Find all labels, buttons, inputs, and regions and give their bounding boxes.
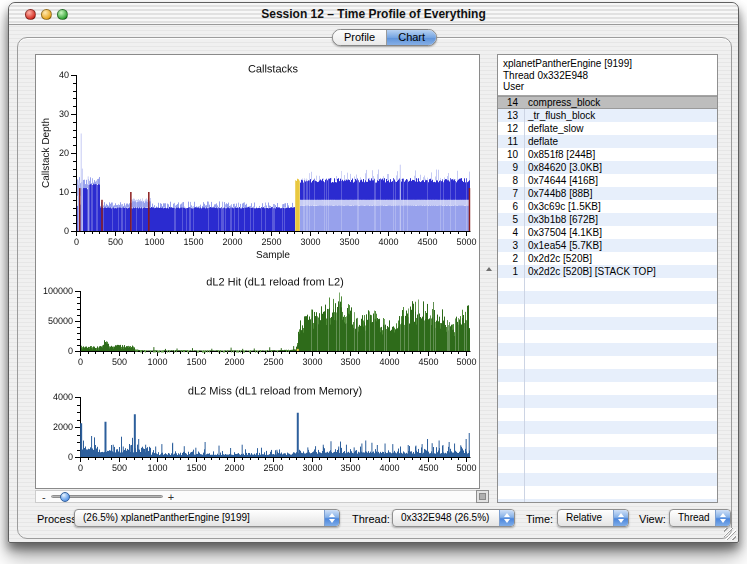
corner-box-icon <box>479 493 486 500</box>
callstack-panel: xplanetPantherEngine [9199] Thread 0x332… <box>497 54 718 503</box>
stack-row[interactable]: 20x2d2c [520B] <box>498 252 717 265</box>
view-popup-value: Thread <box>678 512 710 523</box>
stack-symbol: 0x3c69c [1.5KB] <box>522 200 601 213</box>
splitter-grabber[interactable] <box>484 265 493 273</box>
stack-depth: 12 <box>498 122 522 135</box>
stack-row[interactable]: 90x84620 [3.0KB] <box>498 161 717 174</box>
callstack-header: xplanetPantherEngine [9199] Thread 0x332… <box>498 55 717 96</box>
stack-depth: 13 <box>498 109 522 122</box>
stack-depth: 1 <box>498 265 522 278</box>
stack-row[interactable]: 40x37504 [4.1KB] <box>498 226 717 239</box>
stack-symbol: 0x3b1b8 [672B] <box>522 213 598 226</box>
thread-popup-value: 0x332E948 (26.5%) <box>401 512 489 523</box>
dl2-miss-chart[interactable] <box>36 377 479 489</box>
zoom-slider-row: - + <box>35 490 480 503</box>
stack-depth: 2 <box>498 252 522 265</box>
stack-depth: 6 <box>498 200 522 213</box>
stack-row[interactable]: 50x3b1b8 [672B] <box>498 213 717 226</box>
stack-depth: 4 <box>498 226 522 239</box>
app-window: Session 12 – Time Profile of Everything … <box>8 2 739 543</box>
view-popup[interactable]: Thread <box>669 509 731 527</box>
stack-symbol: 0x84620 [3.0KB] <box>522 161 602 174</box>
process-popup-value: (26.5%) xplanetPantherEngine [9199] <box>83 512 250 523</box>
tab-profile[interactable]: Profile <box>333 30 387 45</box>
view-label: View: <box>639 513 666 525</box>
view-tab-strip: Profile Chart <box>332 29 437 46</box>
stack-symbol: 0x2d2c [520B] [STACK TOP] <box>522 265 656 278</box>
content-group-box: - + xplanetPantherEngine [9199] Thread 0… <box>17 37 732 539</box>
stack-symbol: deflate_slow <box>522 122 584 135</box>
stack-symbol: _tr_flush_block <box>522 109 595 122</box>
stack-symbol: 0x2d2c [520B] <box>522 252 592 265</box>
stack-symbol: 0x744b8 [88B] <box>522 187 593 200</box>
thread-line: Thread 0x332E948 <box>503 70 717 82</box>
callstacks-chart[interactable] <box>36 55 479 265</box>
title-bar[interactable]: Session 12 – Time Profile of Everything <box>9 3 738 25</box>
stack-symbol: compress_block <box>522 96 600 109</box>
thread-label: Thread: <box>352 513 390 525</box>
stack-depth: 7 <box>498 187 522 200</box>
time-popup[interactable]: Relative <box>557 509 629 527</box>
zoom-out-label[interactable]: - <box>42 492 46 502</box>
stack-symbol: 0x74644 [416B] <box>522 174 598 187</box>
stack-row[interactable]: 60x3c69c [1.5KB] <box>498 200 717 213</box>
stack-depth: 11 <box>498 135 522 148</box>
charts-panel <box>35 54 480 489</box>
stack-depth: 10 <box>498 148 522 161</box>
tab-chart[interactable]: Chart <box>387 30 436 45</box>
stack-symbol: 0x851f8 [244B] <box>522 148 595 161</box>
stack-row[interactable]: 13_tr_flush_block <box>498 109 717 122</box>
time-label: Time: <box>526 513 553 525</box>
bottom-toolbar: Process: (26.5%) xplanetPantherEngine [9… <box>18 509 733 531</box>
time-popup-value: Relative <box>566 512 602 523</box>
resize-grip[interactable] <box>724 528 736 540</box>
pane-corner-button[interactable] <box>476 490 489 503</box>
chevron-up-icon <box>486 267 492 271</box>
dl2-hit-chart[interactable] <box>36 265 479 377</box>
stack-row[interactable]: 30x1ea54 [5.7KB] <box>498 239 717 252</box>
thread-popup[interactable]: 0x332E948 (26.5%) <box>392 509 515 527</box>
stack-symbol: deflate <box>522 135 558 148</box>
popup-arrows-icon <box>613 510 628 526</box>
stack-rows: 14compress_block13_tr_flush_block12defla… <box>498 96 717 504</box>
zoom-in-label[interactable]: + <box>168 492 174 502</box>
popup-arrows-icon <box>499 510 514 526</box>
mode-line: User <box>503 81 717 93</box>
process-popup[interactable]: (26.5%) xplanetPantherEngine [9199] <box>74 509 340 527</box>
popup-arrows-icon <box>715 510 730 526</box>
process-name-line: xplanetPantherEngine [9199] <box>503 58 717 70</box>
window-title: Session 12 – Time Profile of Everything <box>9 7 738 21</box>
stack-symbol: 0x37504 [4.1KB] <box>522 226 602 239</box>
stack-depth: 8 <box>498 174 522 187</box>
stack-depth: 14 <box>498 96 522 109</box>
stack-row[interactable]: 10x2d2c [520B] [STACK TOP] <box>498 265 717 278</box>
stack-row[interactable]: 11deflate <box>498 135 717 148</box>
stack-row[interactable]: 70x744b8 [88B] <box>498 187 717 200</box>
stack-row[interactable]: 100x851f8 [244B] <box>498 148 717 161</box>
stack-depth: 9 <box>498 161 522 174</box>
stack-depth: 5 <box>498 213 522 226</box>
stack-row[interactable]: 80x74644 [416B] <box>498 174 717 187</box>
stack-symbol: 0x1ea54 [5.7KB] <box>522 239 602 252</box>
zoom-slider-track[interactable] <box>51 495 163 498</box>
zoom-slider-knob[interactable] <box>60 492 70 502</box>
stack-depth: 3 <box>498 239 522 252</box>
stack-row[interactable]: 12deflate_slow <box>498 122 717 135</box>
popup-arrows-icon <box>324 510 339 526</box>
stack-row[interactable]: 14compress_block <box>498 96 717 109</box>
